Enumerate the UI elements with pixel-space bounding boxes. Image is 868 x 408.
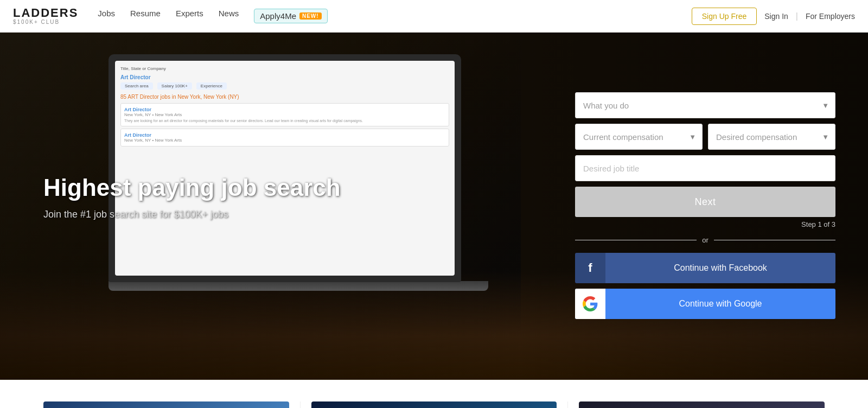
laptop-body: Title, State or Company Art Director Sea… bbox=[108, 54, 461, 282]
google-label: Continue with Google bbox=[605, 299, 835, 309]
hero-headline: Highest paying job search bbox=[43, 174, 341, 202]
nav-divider: | bbox=[796, 11, 798, 21]
next-button[interactable]: Next bbox=[575, 187, 835, 217]
hero-section: Title, State or Company Art Director Sea… bbox=[0, 33, 868, 380]
bottom-card-2 bbox=[301, 401, 569, 408]
desired-comp-wrap: Desired compensation ▼ bbox=[708, 124, 835, 150]
bottom-card-3-image bbox=[579, 401, 825, 408]
laptop-listing-2: Art Director New York, NY • New York Art… bbox=[120, 129, 449, 146]
facebook-label: Continue with Facebook bbox=[605, 263, 835, 273]
navbar: LADDERS $100K+ CLUB Jobs Resume Experts … bbox=[0, 0, 868, 33]
bottom-card-1 bbox=[33, 401, 301, 408]
laptop-listing-1-desc: They are looking for an art director for… bbox=[124, 119, 445, 123]
nav-resume[interactable]: Resume bbox=[130, 9, 161, 23]
laptop-base bbox=[108, 281, 488, 291]
bottom-card-1-image bbox=[43, 401, 289, 408]
nav-apply4me[interactable]: Apply4Me NEW! bbox=[254, 9, 327, 23]
what-you-do-wrap: What you do ▼ bbox=[575, 92, 835, 118]
or-divider: or bbox=[575, 236, 835, 244]
divider-line-right bbox=[714, 240, 835, 240]
logo[interactable]: LADDERS $100K+ CLUB bbox=[13, 7, 78, 25]
laptop-listing-1-sub: New York, NY • New York Arts bbox=[124, 112, 445, 117]
nav-right: Sign Up Free Sign In | For Employers bbox=[692, 8, 855, 25]
hero-text: Highest paying job search Join the #1 jo… bbox=[43, 174, 341, 220]
desired-comp-select[interactable]: Desired compensation bbox=[708, 124, 835, 150]
laptop-listing-1: Art Director New York, NY • New York Art… bbox=[120, 103, 449, 126]
laptop-art-director: Art Director bbox=[120, 74, 449, 80]
bottom-card-3 bbox=[568, 401, 835, 408]
nav-new-badge: NEW! bbox=[299, 12, 322, 20]
employers-button[interactable]: For Employers bbox=[806, 12, 855, 21]
laptop-screen: Title, State or Company Art Director Sea… bbox=[115, 61, 455, 276]
nav-news[interactable]: News bbox=[219, 9, 239, 23]
bottom-card-2-image bbox=[311, 401, 557, 408]
laptop-filter2: Salary 100K+ bbox=[157, 82, 192, 90]
laptop-screen-header: Title, State or Company bbox=[120, 66, 449, 71]
nav-jobs[interactable]: Jobs bbox=[98, 9, 115, 23]
laptop-jobs-count: 85 ART Director jobs in New York, New Yo… bbox=[120, 94, 449, 100]
laptop-filter3: Experience bbox=[196, 82, 227, 90]
reg-row-1: What you do ▼ bbox=[575, 92, 835, 118]
or-text: or bbox=[702, 236, 709, 244]
facebook-icon: f bbox=[575, 253, 605, 283]
divider-line-left bbox=[575, 240, 697, 240]
google-button[interactable]: Continue with Google bbox=[575, 289, 835, 319]
facebook-button[interactable]: f Continue with Facebook bbox=[575, 253, 835, 283]
job-title-input[interactable] bbox=[575, 155, 835, 181]
logo-sub: $100K+ CLUB bbox=[13, 19, 78, 25]
laptop-filters: Search area Salary 100K+ Experience bbox=[120, 82, 449, 90]
what-you-do-select[interactable]: What you do bbox=[575, 92, 835, 118]
laptop-listing-1-title: Art Director bbox=[124, 107, 445, 112]
current-comp-select[interactable]: Current compensation bbox=[575, 124, 703, 150]
laptop-listing-2-title: Art Director bbox=[124, 132, 445, 138]
nav-experts[interactable]: Experts bbox=[176, 9, 203, 23]
laptop-listing-2-sub: New York, NY • New York Arts bbox=[124, 138, 445, 143]
hero-subheadline: Join the #1 job search site for $100K+ j… bbox=[43, 209, 341, 220]
signup-button[interactable]: Sign Up Free bbox=[692, 8, 757, 25]
laptop-filter1: Search area bbox=[120, 82, 153, 90]
step-indicator: Step 1 of 3 bbox=[575, 220, 835, 228]
nav-apply-text: Apply4Me bbox=[260, 11, 296, 21]
registration-panel: What you do ▼ Current compensation ▼ Des… bbox=[575, 92, 835, 319]
google-g-svg bbox=[583, 296, 598, 311]
google-icon bbox=[575, 289, 605, 319]
logo-main: LADDERS bbox=[13, 7, 78, 19]
signin-button[interactable]: Sign In bbox=[764, 12, 788, 21]
reg-row-2: Current compensation ▼ Desired compensat… bbox=[575, 124, 835, 150]
nav-links: Jobs Resume Experts News Apply4Me NEW! bbox=[98, 9, 691, 23]
bottom-section bbox=[0, 380, 868, 408]
current-comp-wrap: Current compensation ▼ bbox=[575, 124, 703, 150]
